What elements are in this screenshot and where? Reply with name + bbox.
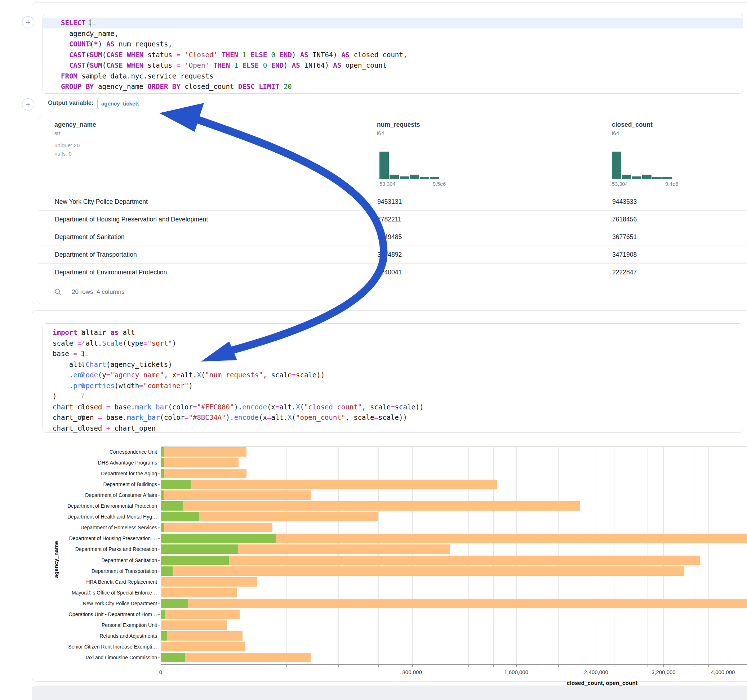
code-line[interactable]: 2 agency_name,	[43, 29, 742, 39]
code-line[interactable]: 6FROM sample_data.nyc.service_requests	[43, 71, 742, 82]
x-axis-tick	[596, 665, 596, 667]
output-variable-input[interactable]: agency_tickets	[97, 98, 139, 109]
bar-open_count[interactable]	[161, 609, 165, 619]
x-axis-tick	[516, 665, 517, 667]
bar-closed_count[interactable]	[161, 631, 242, 641]
table-cell-num-requests: 3749485	[377, 228, 402, 246]
table-row[interactable]: Department of Sanitation37494853677651	[39, 228, 747, 246]
table-row[interactable]: Department of Housing Preservation and D…	[39, 210, 747, 228]
code-line[interactable]: 8chart_closed = base.mark_bar(color="#FF…	[43, 402, 742, 413]
table-cell-num-requests: 2240041	[377, 264, 402, 281]
bar-closed_count[interactable]	[161, 447, 246, 457]
y-axis-tick	[158, 614, 160, 615]
bar-open_count[interactable]	[161, 501, 183, 511]
bar-open_count[interactable]	[161, 512, 199, 521]
add-cell-button-output[interactable]: +	[22, 98, 34, 110]
code-line[interactable]: 4 alt.Chart(agency_tickets)	[43, 359, 742, 370]
code-line[interactable]: 10chart_closed + chart_open	[43, 423, 742, 433]
code-line[interactable]: 2scale = alt.Scale(type="sqrt")	[43, 338, 742, 349]
bar-closed_count[interactable]	[161, 642, 245, 652]
search-icon[interactable]	[55, 289, 62, 296]
y-axis-tick	[158, 658, 160, 658]
altair-bar-chart[interactable]: Correspondence UnitDHS Advantage Program…	[38, 441, 747, 689]
next-cell-collapsed[interactable]	[32, 686, 747, 700]
bar-closed_count[interactable]	[161, 490, 311, 500]
y-axis-label: Department for the Aging	[42, 471, 157, 477]
code-line[interactable]: 1⌄SELECT	[43, 18, 742, 29]
x-axis-tick	[679, 665, 679, 667]
bar-open_count[interactable]	[161, 556, 229, 565]
code-line[interactable]: 5 .encode(y="agency_name", x=alt.X("num_…	[43, 370, 742, 381]
y-axis-tick	[158, 463, 160, 463]
histogram-num-requests	[380, 152, 444, 180]
bar-open_count[interactable]	[161, 490, 163, 500]
code-line[interactable]: 1import altair as alt	[43, 327, 742, 338]
sql-code-editor[interactable]: 1⌄SELECT 2 agency_name,3 COUNT(*) AS num…	[42, 14, 743, 94]
python-code-editor[interactable]: 1import altair as alt2scale = alt.Scale(…	[42, 323, 743, 433]
code-line[interactable]: 3⌄base = (	[43, 348, 742, 359]
notebook-page: + + 1⌄SELECT 2 agency_name,3 COUNT(*) AS…	[0, 0, 747, 700]
bar-closed_count[interactable]	[161, 458, 239, 468]
table-row[interactable]: New York City Police Department945313194…	[39, 193, 747, 210]
column-header-num-requests[interactable]: num_requests	[377, 121, 420, 128]
bar-closed_count[interactable]	[161, 480, 497, 489]
bar-closed_count[interactable]	[161, 501, 580, 511]
bar-closed_count[interactable]	[161, 620, 227, 630]
bar-open_count[interactable]	[161, 534, 276, 543]
code-text: )	[53, 391, 57, 402]
bar-open_count[interactable]	[161, 653, 185, 662]
table-row[interactable]: Department of Environmental Protection22…	[39, 263, 747, 281]
bar-open_count[interactable]	[161, 469, 164, 478]
column-header-agency-name[interactable]: agency_name	[54, 121, 96, 128]
bar-closed_count[interactable]	[161, 609, 240, 619]
collapse-caret-icon[interactable]: ⌄	[93, 18, 95, 29]
add-cell-button-top[interactable]: +	[22, 16, 34, 29]
code-line[interactable]: 5 CAST(SUM(CASE WHEN status = 'Open' THE…	[43, 60, 742, 71]
column-type-agency-name: str	[54, 130, 60, 136]
code-line[interactable]: 4 CAST(SUM(CASE WHEN status = 'Closed' T…	[43, 50, 742, 60]
bar-open_count[interactable]	[161, 566, 172, 576]
column-header-closed-count[interactable]: closed_count	[612, 121, 653, 128]
code-text: alt.Chart(agency_tickets)	[53, 359, 172, 370]
plot-top-border	[161, 447, 747, 447]
code-text: SELECT	[61, 18, 91, 29]
code-text: agency_name,	[61, 29, 119, 39]
bar-closed_count[interactable]	[161, 599, 747, 608]
y-axis-tick	[158, 603, 160, 604]
bar-closed_count[interactable]	[161, 588, 237, 597]
collapse-caret-icon[interactable]: ⌄	[86, 349, 88, 360]
code-line[interactable]: 7GROUP BY agency_name ORDER BY closed_co…	[43, 81, 742, 92]
x-axis-tick	[538, 665, 538, 667]
bar-closed_count[interactable]	[161, 469, 246, 478]
histogram-closed-count	[612, 152, 677, 180]
code-line[interactable]: 3 COUNT(*) AS num_requests,	[43, 39, 742, 50]
x-axis-tick	[694, 665, 694, 667]
bar-closed_count[interactable]	[161, 556, 700, 565]
bar-closed_count[interactable]	[161, 566, 684, 576]
bar-open_count[interactable]	[161, 458, 164, 468]
bar-open_count[interactable]	[161, 523, 164, 532]
x-axis-tick	[442, 665, 442, 667]
y-axis-tick	[158, 571, 160, 572]
y-axis-label: DHS Advantage Programs	[42, 460, 157, 466]
table-cell-num-requests: 7782211	[377, 211, 401, 228]
bar-closed_count[interactable]	[161, 577, 257, 587]
table-row[interactable]: Department of Transportation377489234719…	[39, 246, 747, 263]
bar-closed_count[interactable]	[161, 523, 272, 532]
code-line[interactable]: 7)	[43, 391, 742, 402]
table-row-count: 20 rows, 4 columns	[72, 288, 124, 296]
bar-open_count[interactable]	[161, 599, 188, 608]
search-handle	[59, 293, 61, 295]
bar-open_count[interactable]	[161, 631, 167, 641]
code-text: CAST(SUM(CASE WHEN status = 'Open' THEN …	[61, 60, 387, 71]
bar-open_count[interactable]	[161, 447, 163, 457]
histogram-bin	[410, 175, 419, 180]
bar-open_count[interactable]	[161, 545, 238, 554]
y-axis-label: Correspondence Unit	[42, 449, 157, 455]
code-line[interactable]: 9chart_open = base.mark_bar(color="#8BC3…	[43, 412, 742, 423]
histogram-bin	[622, 175, 631, 180]
code-text: chart_closed = base.mark_bar(color="#FFC…	[53, 402, 424, 413]
code-line[interactable]: 6 .properties(width="container")	[43, 381, 742, 391]
bar-open_count[interactable]	[161, 480, 191, 489]
histogram-bin	[430, 177, 439, 180]
